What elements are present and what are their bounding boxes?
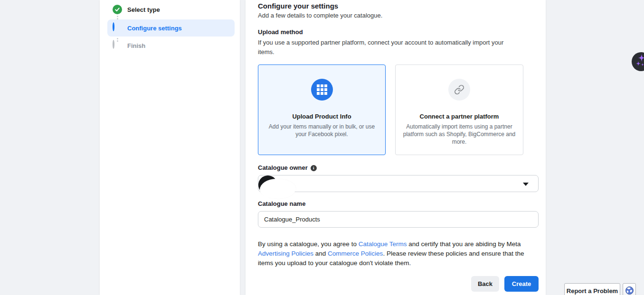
terms-mid1: and certify that you are abiding by Meta xyxy=(407,240,521,248)
step-connector-dot xyxy=(117,16,118,17)
card-title: Upload Product Info xyxy=(292,113,351,120)
link-icon xyxy=(448,79,470,101)
terms-prefix: By using a catalogue, you agree to xyxy=(258,240,359,248)
terms-text: By using a catalogue, you agree to Catal… xyxy=(258,240,539,268)
create-button[interactable]: Create xyxy=(504,276,539,292)
empty-circle-icon xyxy=(113,41,122,50)
page-title: Configure your settings xyxy=(258,2,338,10)
upload-product-info-card[interactable]: Upload Product Info Add your items manua… xyxy=(258,65,386,155)
catalogue-setup-screen: { "stepper": { "steps": [ { "label": "Se… xyxy=(0,0,644,295)
grid-icon xyxy=(311,79,333,101)
info-icon[interactable]: i xyxy=(311,165,317,171)
upload-method-label: Upload method xyxy=(258,28,303,36)
half-filled-circle-icon xyxy=(113,23,122,33)
advertising-policies-link[interactable]: Advertising Policies xyxy=(258,250,313,257)
configure-settings-panel: Configure your settings Add a few detail… xyxy=(246,0,546,295)
stepper-panel: Select type Configure settings Finish xyxy=(100,0,240,295)
chevron-down-icon xyxy=(523,183,529,186)
step-configure-settings[interactable]: Configure settings xyxy=(107,19,235,37)
sparkles-icon xyxy=(632,52,644,72)
check-circle-icon xyxy=(113,5,122,14)
commerce-policies-link[interactable]: Commerce Policies xyxy=(328,250,383,257)
catalogue-terms-link[interactable]: Catalogue Terms xyxy=(359,240,407,248)
catalogue-owner-label-text: Catalogue owner xyxy=(258,164,308,171)
page-subtitle: Add a few details to complete your catal… xyxy=(258,12,382,19)
connect-partner-platform-card[interactable]: Connect a partner platform Automatically… xyxy=(395,65,523,155)
back-button[interactable]: Back xyxy=(471,276,499,292)
globe-icon xyxy=(625,286,634,295)
report-a-problem-button[interactable]: Report a Problem xyxy=(564,283,620,295)
catalogue-name-label: Catalogue name xyxy=(258,200,305,207)
step-finish[interactable]: Finish xyxy=(107,37,235,54)
catalogue-owner-dropdown[interactable] xyxy=(258,175,539,192)
upload-method-description: If you use a supported partner platform,… xyxy=(258,38,517,57)
terms-mid2: and xyxy=(313,250,328,257)
step-label: Finish xyxy=(127,42,145,49)
step-label: Select type xyxy=(127,6,160,13)
catalogue-owner-label: Catalogue owneri xyxy=(258,164,317,171)
card-description: Add your items manually or in bulk, or u… xyxy=(265,123,379,138)
ai-assistant-button[interactable] xyxy=(632,52,644,71)
step-label: Configure settings xyxy=(127,25,182,32)
language-globe-button[interactable] xyxy=(623,283,636,295)
card-description: Automatically import items using a partn… xyxy=(403,123,516,146)
step-select-type[interactable]: Select type xyxy=(107,1,235,18)
catalogue-name-input[interactable] xyxy=(258,211,539,228)
card-title: Connect a partner platform xyxy=(420,113,499,120)
